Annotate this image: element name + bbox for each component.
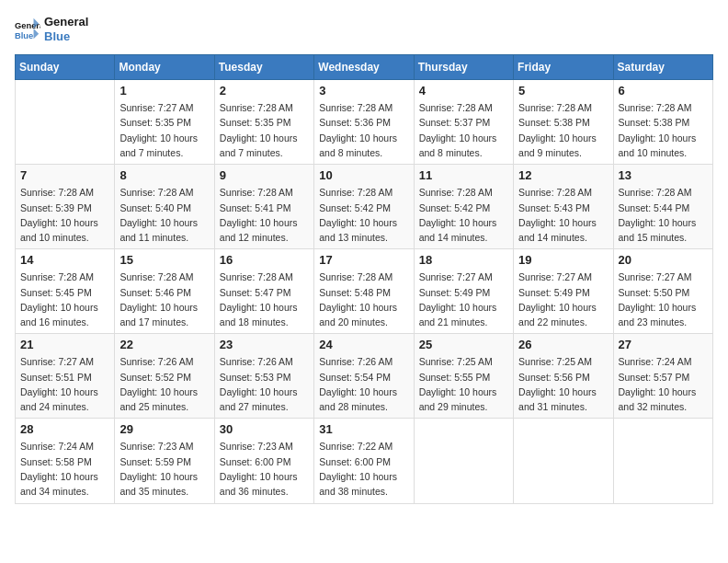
calendar-cell: 25Sunrise: 7:25 AM Sunset: 5:55 PM Dayli…: [414, 334, 513, 419]
calendar-cell: 11Sunrise: 7:28 AM Sunset: 5:42 PM Dayli…: [414, 165, 513, 249]
day-info: Sunrise: 7:28 AM Sunset: 5:37 PM Dayligh…: [419, 100, 508, 160]
day-info: Sunrise: 7:26 AM Sunset: 5:52 PM Dayligh…: [119, 354, 209, 414]
day-number: 22: [119, 338, 209, 351]
calendar-cell: 20Sunrise: 7:27 AM Sunset: 5:50 PM Dayli…: [613, 249, 712, 334]
day-info: Sunrise: 7:28 AM Sunset: 5:40 PM Dayligh…: [119, 185, 209, 245]
day-info: Sunrise: 7:28 AM Sunset: 5:45 PM Dayligh…: [20, 270, 109, 329]
day-info: Sunrise: 7:24 AM Sunset: 5:58 PM Dayligh…: [20, 439, 109, 499]
calendar-week-row: 21Sunrise: 7:27 AM Sunset: 5:51 PM Dayli…: [16, 334, 713, 419]
day-number: 30: [220, 422, 309, 436]
day-info: Sunrise: 7:28 AM Sunset: 5:38 PM Dayligh…: [518, 100, 608, 160]
day-info: Sunrise: 7:28 AM Sunset: 5:43 PM Dayligh…: [518, 185, 608, 245]
calendar-cell: 14Sunrise: 7:28 AM Sunset: 5:45 PM Dayli…: [16, 249, 115, 334]
day-info: Sunrise: 7:28 AM Sunset: 5:42 PM Dayligh…: [319, 185, 408, 245]
calendar-cell: 1Sunrise: 7:27 AM Sunset: 5:35 PM Daylig…: [115, 80, 214, 165]
calendar-cell: 22Sunrise: 7:26 AM Sunset: 5:52 PM Dayli…: [115, 334, 214, 419]
logo-general: General: [44, 15, 88, 29]
calendar-cell: 31Sunrise: 7:22 AM Sunset: 6:00 PM Dayli…: [314, 419, 414, 503]
day-info: Sunrise: 7:26 AM Sunset: 5:54 PM Dayligh…: [319, 354, 408, 414]
day-info: Sunrise: 7:28 AM Sunset: 5:41 PM Dayligh…: [220, 185, 309, 245]
calendar-cell: 7Sunrise: 7:28 AM Sunset: 5:39 PM Daylig…: [16, 165, 115, 249]
day-number: 21: [20, 338, 109, 351]
calendar-cell: 13Sunrise: 7:28 AM Sunset: 5:44 PM Dayli…: [613, 165, 712, 249]
weekday-header: Wednesday: [314, 55, 414, 80]
calendar-cell: 15Sunrise: 7:28 AM Sunset: 5:46 PM Dayli…: [115, 249, 214, 334]
page-header: General Blue General Blue: [15, 15, 713, 43]
day-info: Sunrise: 7:23 AM Sunset: 5:59 PM Dayligh…: [119, 439, 209, 499]
day-number: 1: [119, 84, 209, 98]
calendar-cell: [613, 419, 712, 503]
calendar-cell: 27Sunrise: 7:24 AM Sunset: 5:57 PM Dayli…: [613, 334, 712, 419]
calendar-cell: 6Sunrise: 7:28 AM Sunset: 5:38 PM Daylig…: [613, 80, 712, 165]
day-number: 20: [619, 253, 708, 267]
calendar-cell: 21Sunrise: 7:27 AM Sunset: 5:51 PM Dayli…: [16, 334, 115, 419]
weekday-header: Monday: [115, 55, 214, 80]
calendar-cell: 29Sunrise: 7:23 AM Sunset: 5:59 PM Dayli…: [115, 419, 214, 503]
day-number: 16: [220, 253, 309, 267]
calendar-cell: 30Sunrise: 7:23 AM Sunset: 6:00 PM Dayli…: [214, 419, 313, 503]
day-number: 6: [619, 84, 708, 98]
calendar-week-row: 28Sunrise: 7:24 AM Sunset: 5:58 PM Dayli…: [16, 419, 713, 503]
day-info: Sunrise: 7:28 AM Sunset: 5:39 PM Dayligh…: [20, 185, 109, 245]
day-info: Sunrise: 7:24 AM Sunset: 5:57 PM Dayligh…: [619, 354, 708, 414]
day-number: 8: [119, 168, 209, 182]
day-number: 17: [319, 253, 408, 267]
weekday-header: Saturday: [613, 55, 712, 80]
day-number: 10: [319, 168, 408, 182]
day-number: 9: [220, 168, 309, 182]
calendar-cell: 23Sunrise: 7:26 AM Sunset: 5:53 PM Dayli…: [214, 334, 313, 419]
weekday-header: Sunday: [16, 55, 115, 80]
calendar-cell: [16, 80, 115, 165]
day-number: 5: [518, 84, 608, 98]
day-info: Sunrise: 7:28 AM Sunset: 5:46 PM Dayligh…: [119, 270, 209, 329]
day-info: Sunrise: 7:27 AM Sunset: 5:50 PM Dayligh…: [619, 270, 708, 329]
day-number: 4: [419, 84, 508, 98]
day-number: 19: [518, 253, 608, 267]
logo-blue: Blue: [44, 29, 88, 44]
calendar-cell: 16Sunrise: 7:28 AM Sunset: 5:47 PM Dayli…: [214, 249, 313, 334]
weekday-header: Thursday: [414, 55, 513, 80]
calendar-cell: 5Sunrise: 7:28 AM Sunset: 5:38 PM Daylig…: [514, 80, 613, 165]
logo: General Blue General Blue: [15, 15, 88, 43]
calendar-cell: 12Sunrise: 7:28 AM Sunset: 5:43 PM Dayli…: [514, 165, 613, 249]
calendar-cell: 17Sunrise: 7:28 AM Sunset: 5:48 PM Dayli…: [314, 249, 414, 334]
day-info: Sunrise: 7:27 AM Sunset: 5:49 PM Dayligh…: [419, 270, 508, 329]
calendar-cell: 3Sunrise: 7:28 AM Sunset: 5:36 PM Daylig…: [314, 80, 414, 165]
calendar-week-row: 1Sunrise: 7:27 AM Sunset: 5:35 PM Daylig…: [16, 80, 713, 165]
calendar-cell: [414, 419, 513, 503]
day-number: 11: [419, 168, 508, 182]
calendar-week-row: 7Sunrise: 7:28 AM Sunset: 5:39 PM Daylig…: [16, 165, 713, 249]
svg-text:Blue: Blue: [15, 31, 33, 40]
day-info: Sunrise: 7:28 AM Sunset: 5:35 PM Dayligh…: [220, 100, 309, 160]
calendar-cell: 26Sunrise: 7:25 AM Sunset: 5:56 PM Dayli…: [514, 334, 613, 419]
day-info: Sunrise: 7:28 AM Sunset: 5:48 PM Dayligh…: [319, 270, 408, 329]
calendar-cell: 19Sunrise: 7:27 AM Sunset: 5:49 PM Dayli…: [514, 249, 613, 334]
day-info: Sunrise: 7:25 AM Sunset: 5:56 PM Dayligh…: [518, 354, 608, 414]
day-number: 26: [518, 338, 608, 351]
day-number: 18: [419, 253, 508, 267]
logo-icon: General Blue: [15, 17, 40, 42]
day-info: Sunrise: 7:26 AM Sunset: 5:53 PM Dayligh…: [220, 354, 309, 414]
calendar-table: SundayMondayTuesdayWednesdayThursdayFrid…: [15, 54, 713, 503]
day-info: Sunrise: 7:28 AM Sunset: 5:44 PM Dayligh…: [619, 185, 708, 245]
weekday-header: Friday: [514, 55, 613, 80]
day-number: 28: [20, 422, 109, 436]
day-number: 2: [220, 84, 309, 98]
calendar-cell: 28Sunrise: 7:24 AM Sunset: 5:58 PM Dayli…: [16, 419, 115, 503]
day-number: 29: [119, 422, 209, 436]
calendar-cell: 10Sunrise: 7:28 AM Sunset: 5:42 PM Dayli…: [314, 165, 414, 249]
day-info: Sunrise: 7:28 AM Sunset: 5:42 PM Dayligh…: [419, 185, 508, 245]
day-info: Sunrise: 7:28 AM Sunset: 5:36 PM Dayligh…: [319, 100, 408, 160]
calendar-cell: 18Sunrise: 7:27 AM Sunset: 5:49 PM Dayli…: [414, 249, 513, 334]
day-number: 31: [319, 422, 408, 436]
day-info: Sunrise: 7:22 AM Sunset: 6:00 PM Dayligh…: [319, 439, 408, 499]
day-info: Sunrise: 7:28 AM Sunset: 5:47 PM Dayligh…: [220, 270, 309, 329]
day-number: 13: [619, 168, 708, 182]
day-number: 3: [319, 84, 408, 98]
day-number: 27: [619, 338, 708, 351]
day-number: 15: [119, 253, 209, 267]
day-number: 14: [20, 253, 109, 267]
calendar-header-row: SundayMondayTuesdayWednesdayThursdayFrid…: [16, 55, 713, 80]
day-info: Sunrise: 7:27 AM Sunset: 5:35 PM Dayligh…: [119, 100, 209, 160]
weekday-header: Tuesday: [214, 55, 313, 80]
